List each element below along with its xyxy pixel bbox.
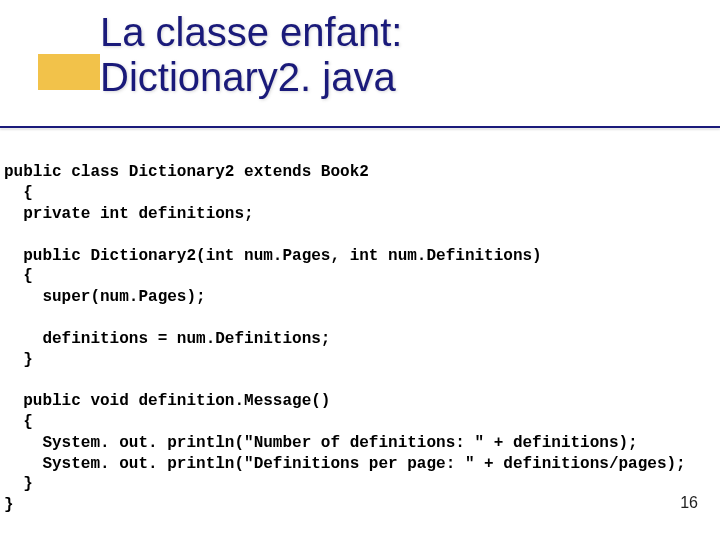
code-line: } (4, 475, 33, 493)
code-line: public Dictionary2(int num.Pages, int nu… (4, 247, 542, 265)
code-line: { (4, 267, 33, 285)
code-line: System. out. println("Number of definiti… (4, 434, 638, 452)
slide-header: La classe enfant: Dictionary2. java (0, 0, 720, 118)
code-line: public void definition.Message() (4, 392, 330, 410)
code-line: super(num.Pages); (4, 288, 206, 306)
code-line: definitions = num.Definitions; (4, 330, 330, 348)
code-line: } (4, 351, 33, 369)
page-number: 16 (680, 494, 698, 512)
code-line: public class Dictionary2 extends Book2 (4, 163, 369, 181)
title-line-1: La classe enfant: (100, 10, 402, 54)
code-block: public class Dictionary2 extends Book2 {… (0, 128, 720, 516)
code-line: { (4, 413, 33, 431)
code-line: private int definitions; (4, 205, 254, 223)
slide-title: La classe enfant: Dictionary2. java (0, 8, 720, 100)
code-line: } (4, 496, 14, 514)
code-line: { (4, 184, 33, 202)
title-line-2: Dictionary2. java (100, 55, 396, 99)
code-line: System. out. println("Definitions per pa… (4, 455, 686, 473)
